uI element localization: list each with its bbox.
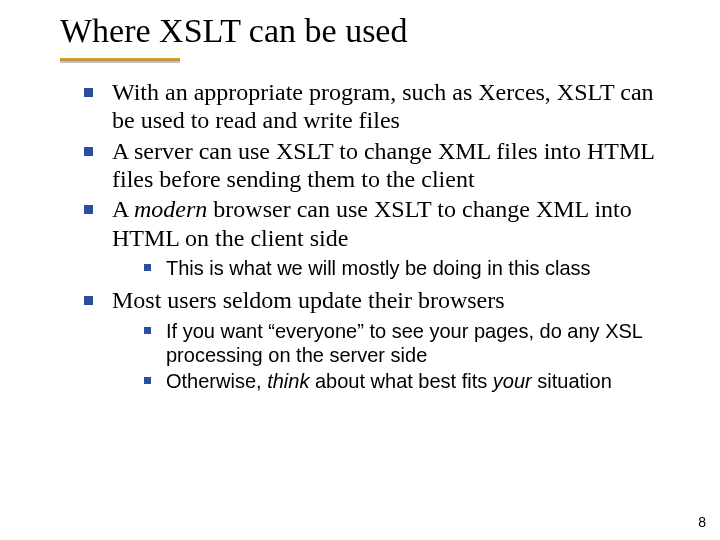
bullet-item: With an appropriate program, such as Xer…	[82, 78, 682, 135]
sub-bullet-item: This is what we will mostly be doing in …	[142, 256, 682, 280]
title-area: Where XSLT can be used	[60, 12, 680, 49]
bullet-text: about what best fits	[309, 370, 492, 392]
bullet-item: Most users seldom update their browsers …	[82, 286, 682, 393]
bullet-text-emph: think	[267, 370, 309, 392]
bullet-text: If you want “everyone” to see your pages…	[166, 320, 642, 366]
sub-bullet-item: Otherwise, think about what best fits yo…	[142, 369, 682, 393]
title-underline	[60, 58, 180, 61]
bullet-text: situation	[532, 370, 612, 392]
sub-bullet-list: If you want “everyone” to see your pages…	[112, 319, 682, 394]
bullet-text-emph: your	[493, 370, 532, 392]
bullet-text: A	[112, 196, 134, 222]
bullet-text: Most users seldom update their browsers	[112, 287, 505, 313]
bullet-list: With an appropriate program, such as Xer…	[82, 78, 682, 394]
sub-bullet-item: If you want “everyone” to see your pages…	[142, 319, 682, 368]
bullet-text: With an appropriate program, such as Xer…	[112, 79, 654, 133]
slide-title: Where XSLT can be used	[60, 12, 680, 49]
bullet-text: A server can use XSLT to change XML file…	[112, 138, 654, 192]
bullet-text: This is what we will mostly be doing in …	[166, 257, 591, 279]
bullet-text: Otherwise,	[166, 370, 267, 392]
page-number: 8	[698, 514, 706, 530]
bullet-item: A modern browser can use XSLT to change …	[82, 195, 682, 280]
sub-bullet-list: This is what we will mostly be doing in …	[112, 256, 682, 280]
slide: Where XSLT can be used With an appropria…	[0, 0, 720, 540]
bullet-item: A server can use XSLT to change XML file…	[82, 137, 682, 194]
bullet-text-emph: modern	[134, 196, 207, 222]
body-content: With an appropriate program, such as Xer…	[82, 78, 682, 400]
